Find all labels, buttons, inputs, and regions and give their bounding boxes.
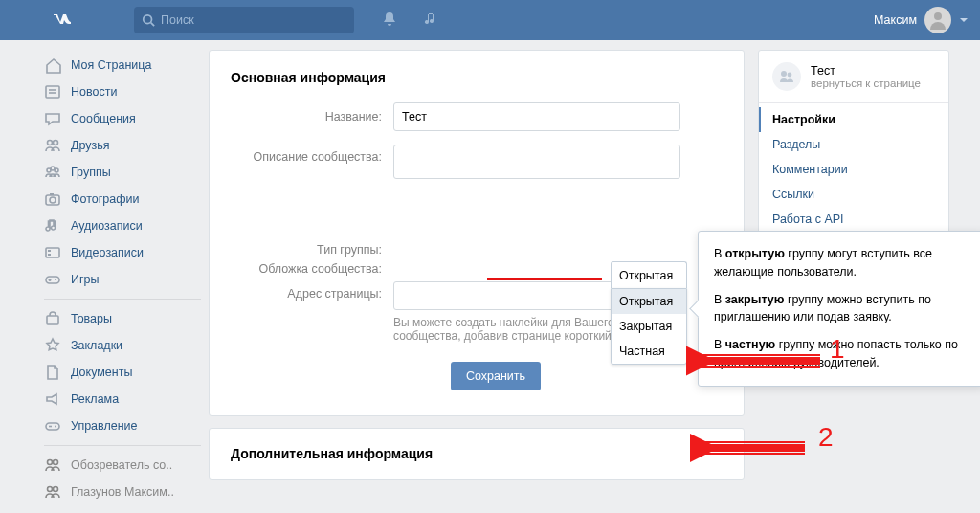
svg-point-23 bbox=[55, 426, 56, 428]
gamepad-icon bbox=[44, 417, 61, 435]
sidebar-item-label: Видеозаписи bbox=[71, 246, 144, 259]
svg-point-36 bbox=[788, 73, 792, 78]
svg-point-25 bbox=[48, 460, 53, 465]
home-icon bbox=[44, 56, 61, 74]
svg-point-26 bbox=[54, 460, 58, 465]
friends-icon bbox=[44, 483, 61, 501]
nav-separator bbox=[44, 299, 201, 300]
sidebar-item-label: Документы bbox=[71, 366, 132, 379]
main-settings-panel: Основная информация Название: Описание с… bbox=[209, 50, 745, 416]
svg-point-12 bbox=[50, 197, 56, 203]
video-icon bbox=[44, 244, 61, 261]
bag-icon bbox=[44, 310, 61, 327]
sidebar-item-label: Обозреватель со.. bbox=[71, 458, 172, 472]
sidebar-item[interactable]: Обозреватель со.. bbox=[36, 452, 209, 479]
sidebar-item[interactable]: Видеозаписи bbox=[36, 239, 209, 266]
groups-icon bbox=[44, 164, 61, 181]
svg-rect-22 bbox=[46, 423, 59, 430]
svg-point-6 bbox=[48, 141, 53, 145]
sidebar-item-label: Управление bbox=[71, 419, 138, 433]
name-input[interactable] bbox=[393, 102, 680, 131]
search-input[interactable] bbox=[161, 13, 311, 27]
sidebar-item-label: Игры bbox=[71, 273, 99, 286]
svg-point-28 bbox=[54, 487, 58, 492]
sidebar-item[interactable]: Игры bbox=[36, 266, 209, 293]
extra-info-panel: Дополнительная информация bbox=[209, 428, 745, 480]
extra-title: Дополнительная информация bbox=[231, 446, 723, 461]
sidebar-item[interactable]: Сообщения bbox=[36, 105, 209, 132]
sidebar-item-label: Группы bbox=[71, 166, 111, 179]
name-label: Название: bbox=[231, 110, 393, 123]
desc-label: Описание сообщества: bbox=[231, 145, 393, 164]
sidebar-item[interactable]: Фотографии bbox=[36, 186, 209, 212]
group-type-tooltip: В открытую группу могут вступить все жел… bbox=[698, 231, 980, 387]
sidebar-item[interactable]: Товары bbox=[36, 305, 209, 332]
svg-point-27 bbox=[48, 487, 53, 492]
friends-icon bbox=[44, 137, 61, 154]
settings-menu-item[interactable]: Настройки bbox=[759, 107, 948, 132]
user-menu[interactable]: Максим bbox=[874, 7, 969, 33]
sidebar-item-label: Новости bbox=[71, 85, 117, 99]
sidebar-item-label: Сообщения bbox=[71, 112, 136, 125]
music-icon[interactable] bbox=[423, 11, 440, 31]
sidebar-item[interactable]: Аудиозаписи bbox=[36, 212, 209, 239]
search-icon bbox=[142, 13, 155, 27]
top-header: Максим bbox=[0, 0, 980, 40]
svg-point-7 bbox=[54, 141, 58, 145]
save-button[interactable]: Сохранить bbox=[451, 362, 541, 390]
address-label: Адрес страницы: bbox=[231, 281, 393, 301]
sidebar-item[interactable]: Документы bbox=[36, 359, 209, 386]
star-icon bbox=[44, 337, 61, 354]
dropdown-option[interactable]: Частная bbox=[612, 339, 686, 364]
group-type-dropdown: Открытая Закрытая Частная bbox=[611, 288, 687, 365]
sidebar-item[interactable]: Новости bbox=[36, 78, 209, 105]
type-label: Тип группы: bbox=[231, 243, 393, 256]
sidebar-item-label: Глазунов Максим.. bbox=[71, 485, 174, 499]
svg-point-0 bbox=[144, 15, 152, 24]
dropdown-option[interactable]: Открытая bbox=[612, 289, 686, 314]
settings-menu-item[interactable]: Разделы bbox=[759, 132, 948, 157]
sidebar-item-label: Товары bbox=[71, 312, 112, 325]
settings-menu-item[interactable]: Комментарии bbox=[759, 157, 948, 182]
svg-rect-13 bbox=[50, 193, 54, 195]
svg-rect-3 bbox=[46, 86, 59, 98]
group-avatar-icon bbox=[772, 62, 801, 91]
sidebar-item-label: Аудиозаписи bbox=[71, 219, 143, 233]
svg-rect-14 bbox=[46, 248, 59, 257]
sidebar-item[interactable]: Друзья bbox=[36, 132, 209, 159]
notifications-icon[interactable] bbox=[381, 11, 398, 31]
music-icon bbox=[44, 217, 61, 234]
panel-title: Основная информация bbox=[231, 70, 723, 85]
chevron-down-icon bbox=[959, 15, 969, 25]
sidebar-item-label: Друзья bbox=[71, 139, 110, 152]
message-icon bbox=[44, 110, 61, 127]
sidebar-item-label: Закладки bbox=[71, 339, 122, 352]
vk-logo-icon[interactable] bbox=[50, 7, 77, 33]
sidebar-item[interactable]: Управление bbox=[36, 413, 209, 439]
group-name: Тест bbox=[811, 64, 921, 78]
svg-line-1 bbox=[151, 23, 155, 27]
search-field[interactable] bbox=[134, 7, 354, 33]
svg-rect-15 bbox=[48, 250, 51, 252]
back-to-page-link[interactable]: вернуться к странице bbox=[811, 78, 921, 89]
sidebar-item[interactable]: Моя Страница bbox=[36, 52, 209, 78]
newspaper-icon bbox=[44, 83, 61, 100]
sidebar-item[interactable]: Реклама bbox=[36, 386, 209, 413]
username: Максим bbox=[874, 13, 917, 27]
annotation-underline bbox=[487, 278, 602, 280]
sidebar-item[interactable]: Глазунов Максим.. bbox=[36, 479, 209, 505]
group-type-select[interactable]: Открытая bbox=[611, 261, 687, 288]
description-textarea[interactable] bbox=[393, 145, 680, 179]
sidebar-item-label: Моя Страница bbox=[71, 58, 151, 72]
ads-icon bbox=[44, 390, 61, 408]
settings-menu-item[interactable]: Работа с API bbox=[759, 207, 948, 232]
cover-label: Обложка сообщества: bbox=[231, 262, 393, 276]
svg-point-20 bbox=[55, 279, 56, 280]
dropdown-option[interactable]: Закрытая bbox=[612, 314, 686, 339]
friends-icon bbox=[44, 457, 61, 474]
camera-icon bbox=[44, 190, 61, 208]
settings-menu-item[interactable]: Ссылки bbox=[759, 182, 948, 207]
sidebar-item[interactable]: Группы bbox=[36, 159, 209, 186]
svg-point-10 bbox=[55, 168, 58, 172]
sidebar-item[interactable]: Закладки bbox=[36, 332, 209, 359]
